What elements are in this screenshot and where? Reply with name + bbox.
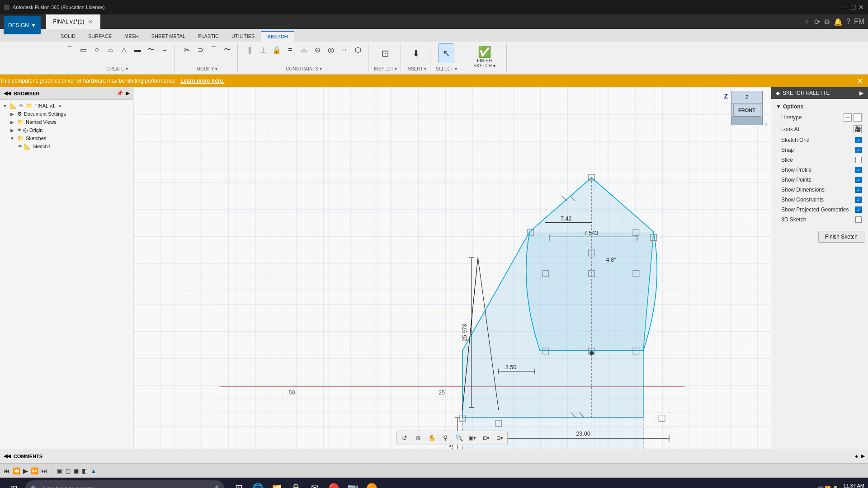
timeline-prev-btn[interactable]: ⏪ xyxy=(13,467,20,474)
design-button[interactable]: DESIGN ▼ xyxy=(4,16,41,34)
canvas-tool-target[interactable]: ⊕ xyxy=(412,432,425,443)
extend-tool[interactable]: ⊃ xyxy=(194,43,207,56)
canvas-tool-pan[interactable]: ✋ xyxy=(425,432,438,443)
offset-tool[interactable]: 〜 xyxy=(221,43,234,56)
tree-item-root[interactable]: ▼ 📐 👁 📁 FINAL v1 ● xyxy=(0,102,133,110)
canvas-tool-grid[interactable]: ⊞▾ xyxy=(480,432,492,443)
browser-collapse-icon[interactable]: ◀◀ xyxy=(4,90,11,96)
tree-expand-named-views[interactable]: ▶ xyxy=(9,120,15,125)
taskbar-camera[interactable]: 📷 xyxy=(344,479,362,488)
show-constraints-checkbox[interactable]: ✓ xyxy=(855,197,862,203)
parallel-tool[interactable]: ∥ xyxy=(243,43,256,56)
equal-tool[interactable]: = xyxy=(284,43,297,56)
taskbar-fusion[interactable]: 🟠 xyxy=(363,479,381,488)
show-points-checkbox[interactable]: ✓ xyxy=(855,177,862,183)
tree-icon-vis[interactable]: 👁 xyxy=(19,103,24,109)
sym-tool[interactable]: ⬡ xyxy=(352,43,364,56)
close-button[interactable]: ✕ xyxy=(858,4,864,10)
concentric-tool[interactable]: ◎ xyxy=(325,43,337,56)
taskbar-clock[interactable]: 11:37 AM 5/17/2023 xyxy=(842,483,864,488)
comments-add-icon[interactable]: + xyxy=(855,454,858,459)
select-tool[interactable]: ↖ xyxy=(438,43,454,63)
ribbon-tab-sheet-metal[interactable]: SHEET METAL xyxy=(145,31,192,42)
timeline-icon-5[interactable]: ▲ xyxy=(90,467,97,474)
comments-collapse-icon[interactable]: ◀◀ xyxy=(4,453,11,459)
ribbon-tab-solid[interactable]: SOLID xyxy=(54,31,82,42)
help-icon[interactable]: ? xyxy=(846,18,850,26)
canvas-tool-display-mode[interactable]: ▣▾ xyxy=(466,432,479,443)
timeline-last-btn[interactable]: ⏭ xyxy=(41,467,47,474)
timeline-icon-4[interactable]: ◧ xyxy=(82,467,88,474)
tab-close-icon-active[interactable]: ✕ xyxy=(88,18,93,25)
tree-item-origin[interactable]: ▶ 👁 ◎ Origin xyxy=(0,126,133,134)
ribbon-tab-plastic[interactable]: PLASTIC xyxy=(192,31,225,42)
tree-item-named-views[interactable]: ▶ 📁 Named Views xyxy=(0,118,133,126)
sketch-palette-header[interactable]: ◆ SKETCH PALETTE ▶ xyxy=(771,87,868,99)
taskbar-task-view[interactable]: ⊞ xyxy=(230,479,248,488)
notification-icon[interactable]: 🔔 xyxy=(834,18,843,26)
linetype-construct-icon[interactable]: · xyxy=(854,113,862,122)
tree-icon-origin-vis[interactable]: 👁 xyxy=(17,128,21,132)
snap-checkbox[interactable]: ✓ xyxy=(855,147,862,153)
insert-tool[interactable]: ⬇ xyxy=(408,43,425,63)
timeline-icon-3[interactable]: ◼ xyxy=(74,467,79,474)
comments-expand-icon[interactable]: ▶ xyxy=(861,453,864,459)
midpoint-tool[interactable]: ⊖ xyxy=(311,43,324,56)
polygon-tool[interactable]: △ xyxy=(118,43,130,56)
finish-sketch-palette-button[interactable]: Finish Sketch xyxy=(818,231,864,243)
timeline-play-btn[interactable]: ▶ xyxy=(23,467,28,474)
palette-section-header[interactable]: ▼ Options xyxy=(776,102,863,112)
timeline-icon-1[interactable]: ▣ xyxy=(57,467,63,474)
sketch-grid-checkbox[interactable]: ✓ xyxy=(855,137,862,143)
browser-pin-icon[interactable]: 📌 xyxy=(117,90,123,96)
linetype-solid-icon[interactable]: — xyxy=(844,113,852,122)
new-tab-icon[interactable]: ＋ xyxy=(803,17,811,27)
tree-item-doc-settings[interactable]: ▶ ⚙ Document Settings xyxy=(0,110,133,118)
ribbon-tab-surface[interactable]: SURFACE xyxy=(82,31,118,42)
tree-item-sketches[interactable]: ▼ 📁 Sketches xyxy=(0,134,133,142)
taskbar-store[interactable]: 🔒 xyxy=(287,479,305,488)
trim-tool[interactable]: ✂ xyxy=(180,43,193,56)
tree-expand-sketches[interactable]: ▼ xyxy=(9,136,15,141)
dimension-tool[interactable]: ↔ xyxy=(338,43,351,56)
show-dimensions-checkbox[interactable]: ✓ xyxy=(855,187,862,193)
warning-link[interactable]: Learn more here. xyxy=(180,78,224,84)
tree-expand-doc[interactable]: ▶ xyxy=(9,112,15,117)
lock-tool[interactable]: 🔒 xyxy=(270,43,283,56)
timeline-icon-2[interactable]: ◻ xyxy=(66,467,71,474)
canvas-tool-more[interactable]: ⊡▾ xyxy=(493,432,506,443)
tree-item-sketch1[interactable]: 👁 📐 Sketch1 xyxy=(0,142,133,150)
settings-icon[interactable]: ⚙ xyxy=(824,18,830,26)
perp-tool[interactable]: ⊥ xyxy=(257,43,269,56)
taskbar-chrome[interactable]: 🔴 xyxy=(325,479,343,488)
taskbar-edge[interactable]: 🌐 xyxy=(249,479,267,488)
tree-eye-icon[interactable]: ● xyxy=(58,103,61,109)
maximize-button[interactable]: ☐ xyxy=(850,4,856,10)
tree-expand-root[interactable]: ▼ xyxy=(2,103,8,108)
tangent-tool[interactable]: ⌓ xyxy=(297,43,310,56)
taskbar-search-box[interactable]: 🔍 Type here to search 🎤 xyxy=(25,480,224,488)
warning-close-button[interactable]: ✕ xyxy=(857,77,863,85)
ribbon-tab-sketch[interactable]: SKETCH xyxy=(261,31,294,42)
taskbar-mail[interactable]: ✉ xyxy=(306,479,324,488)
show-projected-checkbox[interactable]: ✓ xyxy=(855,206,862,213)
line-tool[interactable]: ⌒ xyxy=(63,43,76,56)
ribbon-tab-utilities[interactable]: UTILITIES xyxy=(225,31,261,42)
taskbar-explorer[interactable]: 📁 xyxy=(268,479,286,488)
canvas-area[interactable]: Z Z FRONT -5 xyxy=(133,87,771,449)
timeline-next-btn[interactable]: ⏩ xyxy=(31,467,38,474)
conic-tool[interactable]: ⌣ xyxy=(158,43,171,56)
canvas-tool-zoom[interactable]: 🔍 xyxy=(453,432,465,443)
mic-icon[interactable]: 🎤 xyxy=(212,485,219,488)
show-profile-checkbox[interactable]: ✓ xyxy=(855,167,862,173)
canvas-tool-zoom-window[interactable]: ⚲ xyxy=(439,432,452,443)
inspect-tool[interactable]: ⊡ xyxy=(377,43,393,63)
canvas-tool-orbit[interactable]: ↺ xyxy=(398,432,411,443)
browser-expand-icon[interactable]: ▶ xyxy=(126,90,129,96)
look-at-button[interactable]: 🎥 xyxy=(854,125,862,133)
start-button[interactable]: ⊞ xyxy=(4,479,24,488)
minimize-button[interactable]: — xyxy=(842,4,848,10)
circle-tool[interactable]: ○ xyxy=(90,43,103,56)
tab-menu-icon[interactable]: ⟳ xyxy=(814,18,820,26)
sketch-palette-collapse[interactable]: ▶ xyxy=(859,90,863,96)
